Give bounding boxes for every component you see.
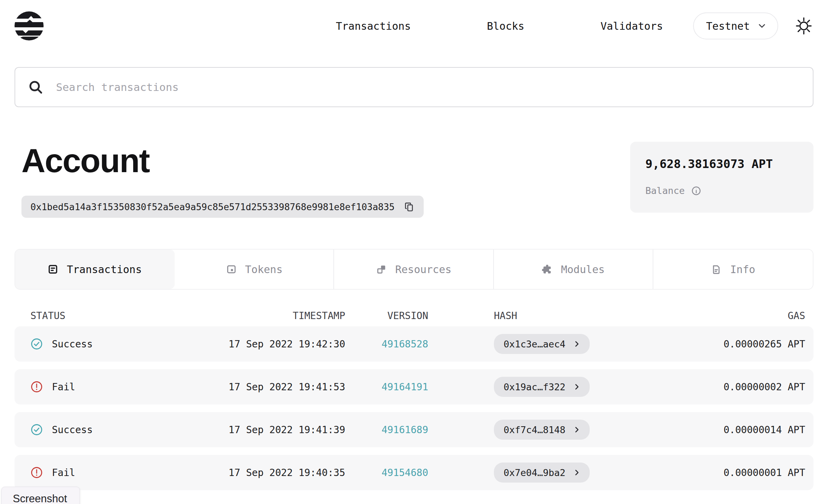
hash-label: 0x7e04…9ba2	[504, 467, 565, 478]
hash-label: 0xf7c4…8148	[504, 424, 565, 435]
modules-icon	[542, 264, 553, 275]
col-header-gas: GAS	[660, 310, 805, 321]
version-link[interactable]: 49154680	[381, 467, 428, 478]
account-tabs: Transactions Tokens Resources	[15, 249, 813, 290]
info-icon[interactable]	[691, 186, 701, 196]
copy-icon[interactable]	[404, 201, 415, 212]
hash-label: 0x19ac…f322	[504, 382, 565, 392]
tab-info-label: Info	[730, 263, 755, 276]
col-header-hash: HASH	[428, 310, 660, 321]
hash-chip[interactable]: 0x19ac…f322	[494, 377, 590, 397]
status-label: Fail	[52, 381, 75, 393]
tab-transactions-label: Transactions	[67, 263, 142, 276]
version-link[interactable]: 49161689	[381, 424, 428, 436]
top-nav-bar: Transactions Blocks Validators Testnet	[15, 0, 813, 41]
aptos-logo-icon[interactable]	[15, 11, 44, 40]
balance-label: Balance	[645, 185, 685, 196]
success-icon	[30, 423, 43, 436]
main-nav: Transactions Blocks Validators	[336, 20, 663, 32]
search-icon	[28, 79, 44, 95]
status-label: Success	[52, 338, 93, 350]
hash-chip[interactable]: 0xf7c4…8148	[494, 420, 590, 440]
timestamp: 17 Sep 2022 19:40:35	[183, 467, 345, 478]
screenshot-tooltip: Screenshot	[1, 487, 80, 504]
table-row[interactable]: Fail 17 Sep 2022 19:41:53 49164191 0x19a…	[15, 369, 813, 404]
search-bar	[15, 67, 813, 107]
table-row[interactable]: Fail 17 Sep 2022 19:40:35 49154680 0x7e0…	[15, 455, 813, 490]
timestamp: 17 Sep 2022 19:41:53	[183, 381, 345, 393]
col-header-version: VERSION	[345, 310, 428, 321]
hash-label: 0x1c3e…aec4	[504, 339, 565, 349]
nav-validators[interactable]: Validators	[600, 20, 663, 32]
col-header-timestamp: TIMESTAMP	[183, 310, 345, 321]
account-address: 0x1bed5a14a3f15350830f52a5ea9a59c85e571d…	[30, 202, 395, 212]
tab-modules[interactable]: Modules	[494, 250, 653, 289]
version-link[interactable]: 49168528	[381, 338, 428, 350]
tab-transactions[interactable]: Transactions	[15, 250, 175, 289]
tokens-icon	[226, 264, 237, 275]
chevron-right-icon	[572, 339, 581, 348]
gas-value: 0.00000014 APT	[660, 424, 805, 436]
status-label: Success	[52, 424, 93, 436]
explorer-page: Transactions Blocks Validators Testnet	[0, 0, 828, 490]
table-row[interactable]: Success 17 Sep 2022 19:42:30 49168528 0x…	[15, 326, 813, 362]
table-row[interactable]: Success 17 Sep 2022 19:41:39 49161689 0x…	[15, 412, 813, 447]
gas-value: 0.00000265 APT	[660, 338, 805, 350]
transactions-table: STATUS TIMESTAMP VERSION HASH GAS Succes…	[15, 305, 813, 490]
header-right-group: Testnet	[693, 12, 813, 39]
status-label: Fail	[52, 467, 75, 478]
tab-modules-label: Modules	[561, 263, 605, 276]
timestamp: 17 Sep 2022 19:42:30	[183, 338, 345, 350]
search-input[interactable]	[56, 81, 800, 93]
nav-transactions[interactable]: Transactions	[336, 20, 411, 32]
gas-value: 0.00000002 APT	[660, 381, 805, 393]
resources-icon	[376, 264, 387, 275]
account-section: Account 0x1bed5a14a3f15350830f52a5ea9a59…	[15, 142, 813, 218]
error-icon	[30, 381, 43, 393]
network-selector[interactable]: Testnet	[693, 12, 778, 39]
sun-icon	[794, 16, 813, 36]
theme-toggle-button[interactable]	[794, 16, 813, 36]
chevron-right-icon	[572, 468, 581, 477]
success-icon	[30, 338, 43, 350]
chevron-down-icon	[757, 21, 767, 31]
table-header-row: STATUS TIMESTAMP VERSION HASH GAS	[15, 305, 813, 326]
info-document-icon	[711, 264, 722, 275]
tab-info[interactable]: Info	[653, 250, 813, 289]
account-address-chip[interactable]: 0x1bed5a14a3f15350830f52a5ea9a59c85e571d…	[21, 196, 424, 218]
gas-value: 0.00000001 APT	[660, 467, 805, 478]
transactions-icon	[47, 264, 58, 275]
tab-tokens[interactable]: Tokens	[175, 250, 334, 289]
tab-resources[interactable]: Resources	[334, 250, 494, 289]
col-header-status: STATUS	[30, 310, 183, 321]
nav-blocks[interactable]: Blocks	[487, 20, 524, 32]
version-link[interactable]: 49164191	[381, 381, 428, 393]
chevron-right-icon	[572, 382, 581, 391]
balance-amount: 9,628.38163073 APT	[645, 157, 798, 171]
network-selector-label: Testnet	[706, 20, 750, 32]
hash-chip[interactable]: 0x7e04…9ba2	[494, 463, 590, 483]
error-icon	[30, 466, 43, 479]
chevron-right-icon	[572, 425, 581, 434]
tab-resources-label: Resources	[395, 263, 452, 276]
balance-card: 9,628.38163073 APT Balance	[630, 142, 813, 213]
page-title: Account	[21, 142, 630, 180]
account-left: Account 0x1bed5a14a3f15350830f52a5ea9a59…	[15, 142, 630, 218]
hash-chip[interactable]: 0x1c3e…aec4	[494, 334, 590, 354]
tab-tokens-label: Tokens	[245, 263, 283, 276]
timestamp: 17 Sep 2022 19:41:39	[183, 424, 345, 436]
